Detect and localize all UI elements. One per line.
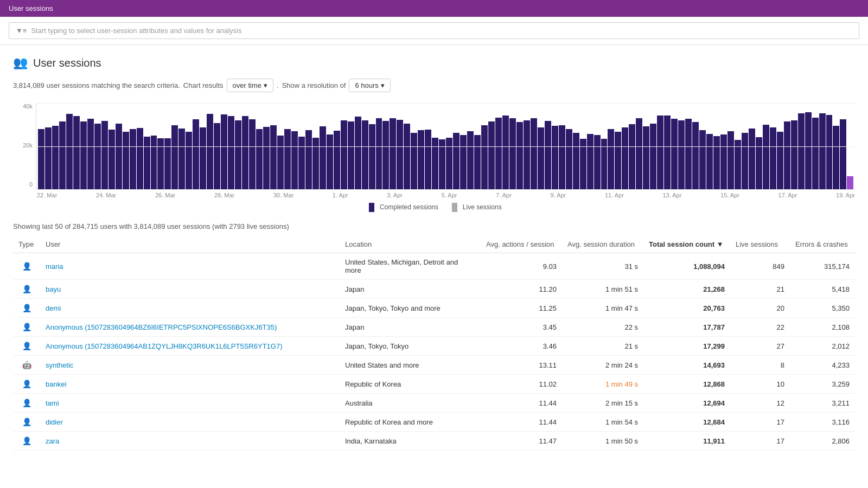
chart-bar[interactable] <box>298 137 305 189</box>
chart-bar[interactable] <box>327 134 333 189</box>
chart-bar[interactable] <box>207 114 213 189</box>
chart-bar[interactable] <box>742 133 748 189</box>
chart-bar[interactable] <box>502 115 509 189</box>
chart-bar[interactable] <box>249 119 256 189</box>
chart-bar[interactable] <box>59 121 66 189</box>
chart-bar[interactable] <box>411 133 417 189</box>
chart-bar[interactable] <box>509 118 516 189</box>
chart-bar[interactable] <box>474 135 481 189</box>
chart-bar[interactable] <box>108 130 115 189</box>
chart-bar[interactable] <box>524 120 530 189</box>
chart-bar[interactable] <box>348 121 354 189</box>
chart-bar[interactable] <box>636 118 642 189</box>
chart-bar[interactable] <box>382 121 389 189</box>
chart-bar[interactable] <box>404 124 410 189</box>
chart-bar[interactable] <box>291 131 298 189</box>
chart-bar[interactable] <box>622 127 628 189</box>
chart-bar[interactable] <box>200 127 206 189</box>
cell-user[interactable]: zara <box>40 432 340 451</box>
chart-bar[interactable] <box>833 126 839 189</box>
chart-bar[interactable] <box>545 121 551 189</box>
chart-bar[interactable] <box>80 121 87 189</box>
chart-bar[interactable] <box>657 115 663 189</box>
chart-bar[interactable] <box>699 130 706 189</box>
user-link[interactable]: Anonymous (1507283604964AB1ZQYLJH8KQ3R6U… <box>46 342 282 350</box>
cell-user[interactable]: tami <box>40 394 340 413</box>
cell-user[interactable]: bankei <box>40 375 340 394</box>
chart-bar[interactable] <box>235 120 241 189</box>
chart-bar[interactable] <box>749 129 755 189</box>
chart-bar[interactable] <box>263 127 270 189</box>
chart-bar[interactable] <box>362 120 368 189</box>
chart-bar[interactable] <box>629 124 635 189</box>
chart-bar[interactable] <box>594 135 601 189</box>
chart-bar[interactable] <box>706 134 713 189</box>
chart-bar[interactable] <box>763 125 769 189</box>
chart-bar[interactable] <box>242 116 248 189</box>
chart-bar[interactable] <box>615 132 621 189</box>
cell-user[interactable]: bayu <box>40 280 340 299</box>
chart-bar[interactable] <box>270 125 277 189</box>
chart-bar[interactable] <box>137 128 143 189</box>
chart-bar[interactable] <box>144 137 150 189</box>
chart-bar[interactable] <box>171 125 178 189</box>
cell-user[interactable]: synthetic <box>40 356 340 375</box>
chart-bar[interactable] <box>777 132 783 189</box>
chart-bar[interactable] <box>52 126 59 189</box>
user-link[interactable]: synthetic <box>46 361 73 369</box>
chart-bar[interactable] <box>643 126 649 189</box>
chart-bar[interactable] <box>573 133 579 189</box>
chart-bar[interactable] <box>720 134 727 189</box>
chart-bar[interactable] <box>805 112 812 189</box>
col-header-avg-duration[interactable]: Avg. session duration <box>562 236 643 253</box>
chart-bar[interactable] <box>178 129 185 189</box>
chart-bar[interactable] <box>305 130 312 189</box>
chart-results-dropdown[interactable]: over time ▾ <box>227 79 273 92</box>
chart-bar[interactable] <box>453 133 459 189</box>
cell-user[interactable]: Anonymous (1507283604964BZ6I6IETRPC5PSIX… <box>40 318 340 337</box>
chart-bar[interactable] <box>151 136 157 189</box>
col-header-user[interactable]: User <box>40 236 340 253</box>
chart-bar[interactable] <box>355 117 361 189</box>
user-link[interactable]: tami <box>46 399 59 407</box>
chart-bar[interactable] <box>735 140 741 189</box>
chart-bar[interactable] <box>713 136 720 189</box>
user-link[interactable]: demi <box>46 304 61 312</box>
col-header-live-sessions[interactable]: Live sessions <box>730 236 790 253</box>
chart-bar[interactable] <box>467 131 474 189</box>
chart-bar[interactable] <box>446 138 452 189</box>
chart-bar[interactable] <box>130 129 136 189</box>
cell-user[interactable]: Anonymous (1507283604964AB1ZQYLJH8KQ3R6U… <box>40 337 340 356</box>
chart-bar[interactable] <box>566 129 572 189</box>
chart-bar[interactable] <box>214 123 220 189</box>
chart-bar[interactable] <box>284 129 291 189</box>
user-link[interactable]: bayu <box>46 285 61 293</box>
chart-bar[interactable] <box>516 122 523 189</box>
chart-bar[interactable] <box>66 114 73 189</box>
chart-bar[interactable] <box>819 113 826 189</box>
chart-bar[interactable] <box>587 134 593 189</box>
chart-bar[interactable] <box>94 124 101 189</box>
resolution-dropdown[interactable]: 6 hours ▾ <box>349 79 390 92</box>
chart-bar[interactable] <box>38 129 44 189</box>
chart-bar[interactable] <box>228 116 234 189</box>
chart-bar[interactable] <box>692 122 699 189</box>
chart-bar[interactable] <box>277 136 284 189</box>
chart-bar[interactable] <box>101 121 108 189</box>
chart-bar[interactable] <box>432 138 438 189</box>
chart-bar[interactable] <box>341 120 347 189</box>
chart-bar[interactable] <box>256 129 263 189</box>
chart-bar[interactable] <box>770 127 776 190</box>
chart-bar[interactable] <box>608 129 614 189</box>
cell-user[interactable]: demi <box>40 299 340 318</box>
user-link[interactable]: bankei <box>46 380 66 388</box>
chart-bar[interactable] <box>320 126 326 189</box>
chart-bar[interactable] <box>812 118 819 189</box>
chart-bar[interactable] <box>559 125 565 189</box>
chart-bar[interactable] <box>538 127 544 189</box>
chart-bar[interactable] <box>664 115 671 189</box>
chart-bar[interactable] <box>650 124 656 189</box>
chart-bar[interactable] <box>552 126 558 189</box>
chart-bar[interactable] <box>87 119 94 189</box>
chart-bar[interactable] <box>116 124 122 189</box>
